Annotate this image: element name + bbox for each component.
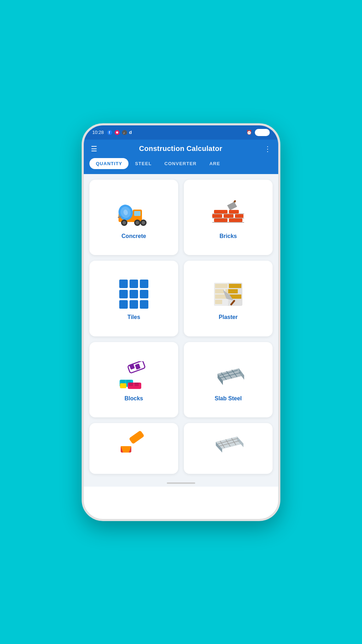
- hamburger-button[interactable]: ☰: [91, 145, 97, 153]
- svg-rect-25: [235, 214, 243, 218]
- svg-rect-26: [214, 210, 227, 213]
- d-icon: d: [129, 130, 132, 135]
- facebook-icon: f: [107, 130, 113, 135]
- concrete-truck-svg: [118, 200, 150, 226]
- svg-rect-23: [212, 214, 222, 218]
- flooring-icon: [212, 430, 244, 455]
- tab-converter[interactable]: CONVERTER: [158, 158, 203, 169]
- phone-frame: 10:28 f ♪ d ⏰ ☰ Construction Calculator …: [82, 123, 280, 521]
- svg-rect-50: [129, 383, 133, 386]
- bricks-card[interactable]: Bricks: [184, 180, 273, 255]
- svg-rect-24: [224, 214, 234, 218]
- plaster-icon: [212, 280, 244, 308]
- concrete-label: Concrete: [121, 233, 146, 239]
- svg-rect-21: [214, 218, 227, 222]
- alarm-icon: ⏰: [246, 130, 252, 135]
- more-options-button[interactable]: ⋮: [264, 145, 271, 153]
- svg-rect-60: [128, 430, 144, 444]
- svg-rect-51: [135, 383, 139, 386]
- plaster-label: Plaster: [219, 314, 237, 320]
- svg-point-17: [142, 221, 145, 224]
- svg-text:♪: ♪: [123, 131, 125, 135]
- status-right: ⏰: [246, 129, 270, 136]
- bricks-label: Bricks: [220, 233, 237, 239]
- blocks-label: Blocks: [125, 395, 143, 402]
- status-left: 10:28 f ♪ d: [92, 130, 132, 135]
- tiles-grid: [119, 280, 148, 309]
- plaster-card[interactable]: Plaster: [184, 261, 273, 336]
- content-area: Concrete: [84, 174, 278, 480]
- slab-steel-icon: [212, 361, 244, 390]
- tiles-label: Tiles: [127, 314, 140, 320]
- tab-bar: QUANTITY STEEL CONVERTER ARE: [84, 158, 278, 174]
- svg-rect-29: [212, 218, 244, 218]
- time-display: 10:28: [92, 130, 104, 135]
- slab-steel-svg: [212, 363, 244, 388]
- svg-rect-33: [229, 284, 241, 288]
- scroll-indicator: [84, 480, 278, 487]
- tab-steel[interactable]: STEEL: [128, 158, 158, 169]
- tiles-card[interactable]: Tiles: [89, 261, 178, 336]
- concrete-card[interactable]: Concrete: [89, 180, 178, 255]
- bricks-icon: [212, 199, 244, 227]
- svg-rect-44: [135, 363, 141, 369]
- status-icons: f ♪ d: [107, 130, 132, 135]
- flooring-card[interactable]: [184, 423, 273, 474]
- svg-rect-43: [129, 363, 135, 369]
- slab-steel-label: Slab Steel: [215, 395, 242, 402]
- plaster-svg: [212, 281, 244, 308]
- svg-rect-46: [121, 380, 125, 383]
- svg-marker-20: [227, 202, 237, 210]
- status-bar: 10:28 f ♪ d ⏰: [84, 125, 278, 140]
- app-title: Construction Calculator: [139, 145, 223, 153]
- blocks-card[interactable]: Blocks: [89, 342, 178, 418]
- paint-svg: [119, 430, 149, 455]
- paint-card[interactable]: [89, 423, 178, 474]
- blocks-icon: [118, 361, 150, 390]
- svg-rect-28: [212, 213, 244, 214]
- svg-point-3: [116, 131, 118, 134]
- bricks-svg: [212, 199, 244, 227]
- svg-rect-27: [229, 210, 239, 213]
- battery-indicator: [255, 129, 270, 136]
- svg-rect-30: [212, 222, 244, 223]
- flooring-svg: [212, 431, 244, 454]
- paint-icon: [118, 430, 150, 455]
- svg-rect-8: [134, 211, 141, 216]
- concrete-icon: [118, 199, 150, 227]
- scroll-bar: [167, 482, 195, 484]
- svg-point-15: [136, 221, 139, 224]
- svg-rect-22: [229, 218, 242, 222]
- photo-icon: [114, 130, 120, 135]
- svg-point-13: [122, 221, 126, 224]
- music-icon: ♪: [122, 130, 127, 135]
- tab-quantity[interactable]: QUANTITY: [89, 158, 128, 169]
- tab-area[interactable]: ARE: [203, 158, 226, 169]
- svg-rect-48: [120, 383, 126, 388]
- slab-steel-card[interactable]: Slab Steel: [184, 342, 273, 418]
- blocks-svg: [118, 361, 150, 390]
- app-bar: ☰ Construction Calculator ⋮: [84, 140, 278, 158]
- tiles-icon: [118, 280, 150, 308]
